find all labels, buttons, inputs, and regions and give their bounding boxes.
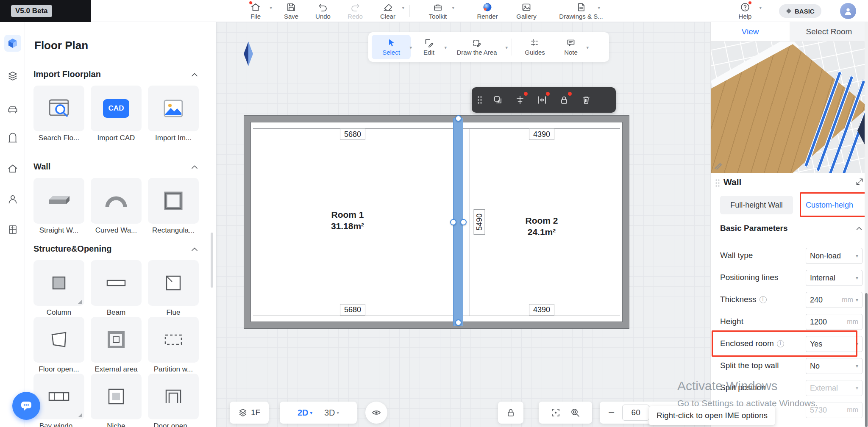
tab-view[interactable]: View: [711, 22, 790, 42]
room-3d-preview[interactable]: [711, 42, 868, 173]
fit-to-screen-icon[interactable]: [551, 408, 561, 418]
chevron-up-icon[interactable]: [855, 225, 863, 233]
rail-item-construction[interactable]: [4, 160, 21, 177]
tool-card-column[interactable]: Column: [33, 260, 84, 317]
positioning-lines-select[interactable]: Internal ▾: [806, 270, 862, 286]
select-value: Non-load: [810, 252, 841, 261]
view-2d-button[interactable]: 2D ▾: [293, 408, 317, 418]
rail-item-storage[interactable]: [4, 221, 21, 238]
tool-card-floor-opening[interactable]: Floor open...: [33, 317, 84, 374]
tool-card-beam[interactable]: Beam: [91, 260, 142, 317]
tool-guides[interactable]: Guides: [517, 35, 553, 59]
tool-card-curved-wall[interactable]: Curved Wa...: [91, 178, 142, 235]
rail-item-doors[interactable]: [4, 130, 21, 147]
delete-button[interactable]: [575, 91, 597, 109]
save-button[interactable]: Save: [275, 2, 307, 20]
zoom-region-icon[interactable]: [570, 408, 580, 418]
help-button[interactable]: Help ▾: [729, 2, 761, 20]
tool-card-straight-wall[interactable]: Straight W...: [33, 178, 84, 235]
tool-edit[interactable]: Edit ▾: [412, 35, 445, 59]
rail-item-furniture[interactable]: [4, 101, 21, 118]
align-button[interactable]: [509, 91, 531, 109]
dimension-label[interactable]: 5680: [340, 304, 365, 316]
split-position-select[interactable]: External ▾: [806, 380, 862, 396]
rooms-interior[interactable]: [250, 122, 623, 322]
tool-card-bay-window[interactable]: Bay windo...: [33, 374, 84, 427]
visibility-button[interactable]: [365, 402, 387, 424]
drag-handle-icon[interactable]: [477, 95, 483, 105]
chevron-up-icon[interactable]: [190, 245, 199, 254]
tool-select[interactable]: Select ▾: [372, 35, 411, 59]
section-wall[interactable]: Wall: [33, 162, 50, 172]
thickness-input[interactable]: 240 mm ▾: [806, 292, 862, 308]
tool-card-flue[interactable]: Flue: [148, 260, 199, 317]
zoom-level[interactable]: 60: [622, 405, 649, 421]
chevron-down-icon: ▾: [856, 253, 858, 259]
floor-selector[interactable]: 1F: [230, 402, 269, 424]
left-panel-scrollbar[interactable]: [211, 233, 213, 288]
rail-item-profile[interactable]: [4, 191, 21, 208]
duplicate-button[interactable]: [487, 91, 509, 109]
dimension-label[interactable]: 4390: [529, 129, 554, 140]
dimension-label[interactable]: 5680: [340, 129, 365, 140]
scrollbar-thumb[interactable]: [865, 293, 868, 427]
tool-card-external-area[interactable]: External area: [91, 317, 142, 374]
tab-select-room[interactable]: Select Room: [790, 22, 868, 42]
tool-card-niche[interactable]: Niche: [91, 374, 142, 427]
tool-draw-area[interactable]: Draw the Area ▾: [447, 35, 506, 59]
plan-badge[interactable]: BASIC: [779, 4, 821, 18]
tool-card-import-cad[interactable]: CAD Import CAD: [91, 86, 142, 142]
section-structure-opening[interactable]: Structure&Opening: [33, 244, 111, 254]
height-input[interactable]: 1200 mm: [806, 314, 862, 330]
redo-button[interactable]: Redo: [339, 2, 371, 20]
expand-icon[interactable]: [856, 178, 863, 186]
right-panel: View Select Room Wall Full-height Wall C…: [710, 22, 868, 427]
lock-button[interactable]: [553, 91, 575, 109]
wall-handle-top[interactable]: [455, 115, 462, 122]
wall-handle-mid-right[interactable]: [460, 219, 467, 225]
tool-note[interactable]: Note ▾: [554, 35, 587, 59]
avatar[interactable]: [840, 3, 856, 19]
tool-card-import-image[interactable]: Import Im...: [148, 86, 199, 142]
tool-card-door-opening[interactable]: Door open...: [148, 374, 199, 427]
tool-card-partition-wall[interactable]: Partition w...: [148, 317, 199, 374]
toolkit-button[interactable]: Toolkit ▾: [422, 2, 453, 20]
sketch-pencil-icon[interactable]: [714, 161, 723, 169]
clear-button[interactable]: Clear ▾: [372, 2, 403, 20]
dimension-label[interactable]: 4390: [529, 304, 554, 316]
wall-handle-bottom[interactable]: [455, 319, 462, 326]
split-top-wall-select[interactable]: No ▾: [806, 358, 862, 374]
gallery-button[interactable]: Gallery: [511, 2, 542, 20]
chevron-up-icon[interactable]: [190, 70, 199, 80]
extra-value-input[interactable]: 5730 mm: [806, 402, 862, 418]
dimension-label[interactable]: 5490: [474, 209, 485, 235]
selection-context-toolbar: [472, 87, 616, 113]
custom-height-wall-button[interactable]: Custom-heigh: [802, 196, 868, 214]
compass-icon[interactable]: [244, 42, 253, 66]
floorplan[interactable]: 5680 4390 5680 4390 5490 Room 1 31.18m² …: [244, 115, 629, 329]
view-3d-button[interactable]: 3D ▾: [320, 408, 343, 418]
rail-item-floors[interactable]: [4, 68, 21, 85]
tool-card-rectangular-wall[interactable]: Rectangula...: [148, 178, 199, 235]
canvas[interactable]: Select ▾ Edit ▾ Draw the Area ▾ Guides N…: [216, 22, 710, 427]
full-height-wall-button[interactable]: Full-height Wall: [720, 196, 793, 214]
canvas-lock-button[interactable]: [498, 402, 523, 424]
zoom-out-button[interactable]: −: [608, 406, 615, 419]
page-scrollbar[interactable]: [865, 22, 868, 427]
chevron-up-icon[interactable]: [190, 163, 199, 172]
help-icon: [740, 2, 750, 12]
render-button[interactable]: Render: [472, 2, 503, 20]
drawings-button[interactable]: Drawings & S... ▾: [558, 2, 604, 20]
rail-item-floorplan[interactable]: [4, 35, 21, 52]
chat-support-button[interactable]: [12, 392, 40, 420]
undo-button[interactable]: Undo: [307, 2, 339, 20]
wall-type-select[interactable]: Non-load ▾: [806, 248, 862, 264]
wall-handle-mid-left[interactable]: [450, 219, 456, 225]
file-menu-button[interactable]: File ▾: [240, 2, 271, 20]
tool-card-search-floorplan[interactable]: Search Flo...: [33, 86, 84, 142]
distribute-button[interactable]: [531, 91, 553, 109]
enclosed-room-select[interactable]: Yes ▾: [806, 336, 862, 352]
toolbar-divider: [409, 5, 410, 17]
drag-handle-icon[interactable]: [715, 179, 720, 187]
section-import-floorplan[interactable]: Import Floorplan: [33, 69, 101, 79]
